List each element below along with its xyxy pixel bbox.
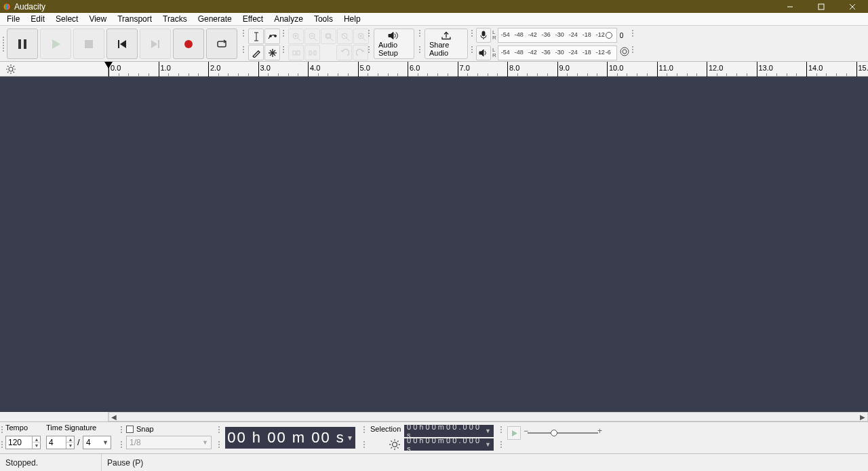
time-display[interactable]: 00 h 00 m 00 s▾	[225, 427, 355, 449]
loop-button[interactable]	[206, 29, 237, 59]
menu-tracks[interactable]: Tracks	[157, 13, 193, 25]
svg-point-52	[623, 50, 627, 54]
menu-analyze[interactable]: Analyze	[269, 13, 309, 25]
menu-help[interactable]: Help	[338, 13, 366, 25]
tempo-down[interactable]: ▼	[33, 442, 41, 449]
svg-line-41	[363, 38, 366, 41]
zoom-out-button[interactable]	[304, 29, 320, 44]
tempo-label: Tempo	[5, 423, 28, 432]
fit-project-button[interactable]	[337, 29, 353, 44]
time-signature-label: Time Signature	[46, 423, 96, 432]
bottom-toolbars: Tempo ▲▼ Time Signature ▲▼ / 4▼ Snap 1/8…	[0, 421, 868, 453]
svg-marker-51	[479, 50, 484, 56]
menu-edit[interactable]: Edit	[25, 13, 50, 25]
svg-rect-1	[5, 5, 6, 9]
playhead-icon[interactable]	[104, 62, 113, 69]
menu-file[interactable]: File	[1, 13, 25, 25]
horizontal-scrollbar[interactable]: ◀ ▶	[108, 412, 868, 421]
selection-start[interactable]: 0 0 h 0 0 m 0 0 . 0 0 0 s▼	[404, 425, 494, 437]
selection-end[interactable]: 0 0 h 0 0 m 0 0 . 0 0 0 s▼	[404, 438, 494, 451]
playback-meter[interactable]: -54 -48 -42 -36 -30 -24 -18 -12 -6	[498, 45, 617, 60]
tempo-input[interactable]: ▲▼	[5, 436, 41, 449]
chevron-down-icon: ▼	[202, 439, 208, 446]
svg-rect-9	[24, 39, 26, 49]
skip-end-button[interactable]	[140, 29, 171, 59]
selection-label: Selection	[370, 425, 401, 433]
timeline-ruler-row: 0.01.02.03.04.05.06.07.08.09.010.011.012…	[0, 62, 868, 77]
svg-marker-14	[151, 40, 157, 48]
selection-tool[interactable]	[248, 29, 264, 44]
svg-point-53	[620, 48, 629, 56]
svg-rect-44	[309, 51, 311, 55]
svg-marker-47	[389, 33, 393, 39]
snap-checkbox[interactable]: Snap	[126, 425, 154, 433]
meter-lr: LR	[492, 30, 496, 41]
svg-line-28	[298, 38, 300, 41]
record-meter[interactable]: -54 -48 -42 -36 -30 -24 -18 -12	[498, 28, 617, 43]
status-hint: Pause (P)	[102, 458, 143, 468]
play-button[interactable]	[40, 29, 71, 59]
toolbar-grip[interactable]	[1, 29, 5, 60]
app-icon	[3, 3, 11, 11]
slider-thumb[interactable]	[551, 430, 557, 436]
scroll-left-icon[interactable]: ◀	[109, 413, 119, 421]
timeline-ruler[interactable]: 0.01.02.03.04.05.06.07.08.09.010.011.012…	[108, 62, 868, 76]
svg-rect-8	[18, 39, 21, 49]
time-signature-denominator[interactable]: 4▼	[83, 436, 111, 449]
record-meter-knob-icon[interactable]	[606, 32, 612, 39]
silence-button[interactable]	[304, 45, 320, 60]
envelope-tool[interactable]	[264, 29, 280, 44]
svg-rect-43	[297, 51, 300, 55]
menu-select[interactable]: Select	[50, 13, 83, 25]
timeline-options[interactable]	[0, 62, 108, 76]
menu-generate[interactable]: Generate	[193, 13, 237, 25]
pause-button[interactable]	[7, 29, 38, 59]
draw-tool[interactable]	[248, 45, 264, 60]
record-meter-zero: 0	[620, 32, 624, 39]
playback-meter-gear-icon[interactable]	[620, 47, 629, 59]
record-button[interactable]	[173, 29, 204, 59]
scroll-right-icon[interactable]: ▶	[858, 413, 867, 421]
tempo-up[interactable]: ▲	[33, 436, 41, 442]
play-at-speed-button[interactable]	[507, 426, 521, 440]
menu-transport[interactable]: Transport	[112, 13, 157, 25]
time-signature-slash: /	[77, 437, 80, 447]
zoom-in-button[interactable]	[288, 29, 304, 44]
svg-rect-36	[326, 35, 330, 37]
selection-options-button[interactable]	[389, 438, 401, 451]
trim-button[interactable]	[288, 45, 304, 60]
zoom-toggle-button[interactable]	[353, 29, 369, 44]
playback-speed-slider[interactable]: − +	[524, 426, 602, 440]
title-bar: Audacity	[0, 0, 868, 13]
menu-effect[interactable]: Effect	[237, 13, 269, 25]
maximize-button[interactable]	[806, 0, 837, 13]
fit-selection-button[interactable]	[321, 29, 336, 44]
menu-tools[interactable]: Tools	[309, 13, 338, 25]
skip-start-button[interactable]	[106, 29, 138, 59]
share-audio-button[interactable]: Share Audio	[425, 29, 468, 59]
record-meter-icon[interactable]	[476, 28, 491, 43]
svg-line-39	[342, 34, 347, 38]
toolbars: Audio Setup Share Audio LR -54 -48 -42 -…	[0, 26, 868, 62]
audio-setup-button[interactable]: Audio Setup	[374, 29, 414, 59]
tracks-area[interactable]	[0, 77, 868, 412]
close-button[interactable]	[837, 0, 868, 13]
playback-meter-icon[interactable]	[476, 45, 491, 60]
svg-rect-11	[85, 40, 93, 48]
multi-tool[interactable]	[264, 45, 280, 60]
tempo-value[interactable]	[6, 438, 32, 447]
snap-select[interactable]: 1/8▼	[126, 436, 212, 449]
time-signature-numerator[interactable]: ▲▼	[46, 436, 75, 449]
chevron-down-icon: ▼	[485, 441, 491, 448]
redo-button[interactable]	[353, 45, 368, 60]
audio-setup-label: Audio Setup	[378, 41, 410, 57]
svg-rect-42	[293, 51, 296, 55]
chevron-down-icon: ▾	[348, 433, 353, 442]
stop-button[interactable]	[73, 29, 104, 59]
minimize-button[interactable]	[774, 0, 806, 13]
app-title: Audacity	[14, 2, 45, 12]
undo-button[interactable]	[336, 45, 352, 60]
svg-point-54	[9, 67, 13, 71]
menu-view[interactable]: View	[83, 13, 112, 25]
status-bar: Stopped. Pause (P)	[0, 453, 868, 471]
